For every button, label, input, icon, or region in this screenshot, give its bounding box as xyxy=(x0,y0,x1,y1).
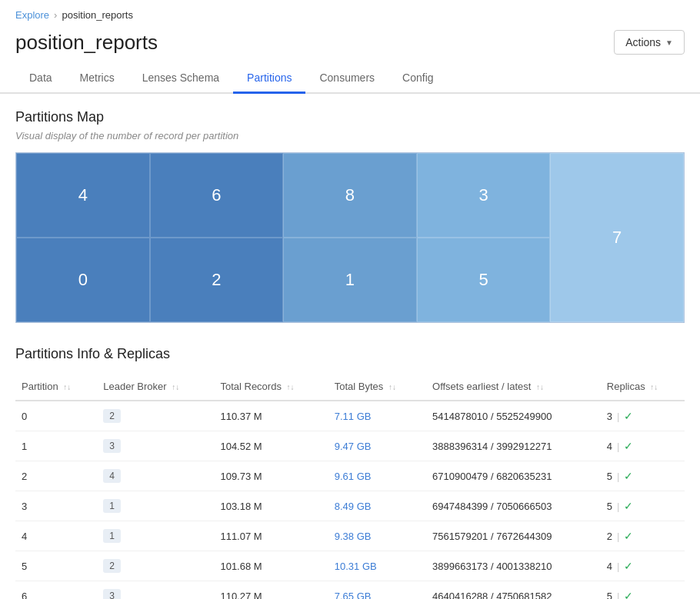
leader-badge-3: 1 xyxy=(103,499,121,513)
leader-badge-5: 2 xyxy=(103,559,121,573)
map-cell-top-3: 3 xyxy=(417,153,551,238)
cell-bytes-1: 9.47 GB xyxy=(328,431,426,461)
map-cell-7: 7 xyxy=(550,153,684,322)
bytes-link-0[interactable]: 7.11 GB xyxy=(335,411,372,422)
leader-badge-4: 1 xyxy=(103,529,121,543)
replicas-divider-4: | xyxy=(617,531,619,542)
verified-icon-2: ✓ xyxy=(624,470,633,482)
sort-bytes-icon[interactable]: ↑↓ xyxy=(388,383,396,391)
cell-partition-2: 2 xyxy=(15,461,97,491)
cell-bytes-4: 9.38 GB xyxy=(328,521,426,551)
cell-replicas-5: 4 |✓ xyxy=(601,551,685,581)
bytes-link-3[interactable]: 8.49 GB xyxy=(335,501,372,512)
map-cell-top-2: 8 xyxy=(283,153,417,238)
cell-replicas-1: 4 |✓ xyxy=(601,431,685,461)
tab-config[interactable]: Config xyxy=(388,64,447,94)
cell-leader-0: 2 xyxy=(97,401,214,431)
breadcrumb-explore[interactable]: Explore xyxy=(15,9,49,21)
leader-badge-2: 4 xyxy=(103,469,121,483)
table-row: 5 2 101.68 M 10.31 GB 3899663173 / 40013… xyxy=(15,551,685,581)
tab-lenses-schema[interactable]: Lenses Schema xyxy=(128,64,233,94)
cell-leader-5: 2 xyxy=(97,551,214,581)
sort-replicas-icon[interactable]: ↑↓ xyxy=(650,383,658,391)
cell-replicas-4: 2 |✓ xyxy=(601,521,685,551)
replicas-count-4: 2 xyxy=(607,531,612,542)
cell-records-1: 104.52 M xyxy=(214,431,328,461)
replicas-divider-0: | xyxy=(617,411,619,422)
actions-button[interactable]: Actions ▼ xyxy=(614,30,685,55)
cell-offsets-0: 5414878010 / 5525249900 xyxy=(426,401,601,431)
table-row: 3 1 103.18 M 8.49 GB 6947484399 / 705066… xyxy=(15,491,685,521)
cell-records-0: 110.37 M xyxy=(214,401,328,431)
cell-replicas-6: 5 |✓ xyxy=(601,581,685,600)
partitions-table: Partition ↑↓ Leader Broker ↑↓ Total Reco… xyxy=(15,373,685,599)
cell-partition-5: 5 xyxy=(15,551,97,581)
cell-offsets-2: 6710900479 / 6820635231 xyxy=(426,461,601,491)
cell-partition-0: 0 xyxy=(15,401,97,431)
cell-records-3: 103.18 M xyxy=(214,491,328,521)
partitions-map-subtitle: Visual display of the number of record p… xyxy=(15,130,685,141)
bytes-link-4[interactable]: 9.38 GB xyxy=(335,531,372,542)
tab-partitions[interactable]: Partitions xyxy=(233,64,305,94)
actions-label: Actions xyxy=(625,36,661,48)
cell-records-4: 111.07 M xyxy=(214,521,328,551)
col-replicas: Replicas ↑↓ xyxy=(601,373,685,401)
map-cell-bottom-1: 2 xyxy=(150,238,284,322)
bytes-link-6[interactable]: 7.65 GB xyxy=(335,591,372,600)
bytes-link-2[interactable]: 9.61 GB xyxy=(335,471,372,482)
replicas-count-2: 5 xyxy=(607,471,612,482)
cell-bytes-6: 7.65 GB xyxy=(328,581,426,600)
cell-records-2: 109.73 M xyxy=(214,461,328,491)
cell-bytes-5: 10.31 GB xyxy=(328,551,426,581)
table-row: 1 3 104.52 M 9.47 GB 3888396314 / 399291… xyxy=(15,431,685,461)
tab-consumers[interactable]: Consumers xyxy=(305,64,388,94)
verified-icon-0: ✓ xyxy=(624,410,633,422)
cell-records-6: 110.27 M xyxy=(214,581,328,600)
bytes-link-5[interactable]: 10.31 GB xyxy=(335,561,377,572)
replicas-divider-6: | xyxy=(617,591,619,600)
map-cell-bottom-0: 0 xyxy=(16,238,150,322)
partitions-map-grid: 468370215 xyxy=(15,152,685,323)
leader-badge-6: 3 xyxy=(103,589,121,599)
breadcrumb-current: position_reports xyxy=(62,9,133,21)
col-total-records: Total Records ↑↓ xyxy=(214,373,328,401)
cell-offsets-3: 6947484399 / 7050666503 xyxy=(426,491,601,521)
leader-badge-1: 3 xyxy=(103,439,121,453)
sort-offsets-icon[interactable]: ↑↓ xyxy=(536,383,544,391)
page-title: position_reports xyxy=(15,31,158,55)
tab-data[interactable]: Data xyxy=(15,64,66,94)
map-cell-top-1: 6 xyxy=(150,153,284,238)
verified-icon-1: ✓ xyxy=(624,440,633,452)
partitions-map-title: Partitions Map xyxy=(15,109,685,125)
page-header: position_reports Actions ▼ xyxy=(0,24,700,64)
cell-bytes-3: 8.49 GB xyxy=(328,491,426,521)
dropdown-arrow-icon: ▼ xyxy=(665,38,673,47)
cell-partition-3: 3 xyxy=(15,491,97,521)
sort-partition-icon[interactable]: ↑↓ xyxy=(63,383,71,391)
cell-partition-6: 6 xyxy=(15,581,97,600)
cell-replicas-2: 5 |✓ xyxy=(601,461,685,491)
cell-offsets-6: 4640416288 / 4750681582 xyxy=(426,581,601,600)
tabs-bar: Data Metrics Lenses Schema Partitions Co… xyxy=(0,64,700,94)
verified-icon-4: ✓ xyxy=(624,530,633,542)
tab-metrics[interactable]: Metrics xyxy=(66,64,128,94)
bytes-link-1[interactable]: 9.47 GB xyxy=(335,441,372,452)
cell-partition-1: 1 xyxy=(15,431,97,461)
replicas-divider-5: | xyxy=(617,561,619,572)
cell-replicas-0: 3 |✓ xyxy=(601,401,685,431)
partitions-info-title: Partitions Info & Replicas xyxy=(15,346,685,362)
breadcrumb: Explore › position_reports xyxy=(0,0,700,24)
sort-leader-icon[interactable]: ↑↓ xyxy=(172,383,179,391)
sort-records-icon[interactable]: ↑↓ xyxy=(287,383,295,391)
cell-bytes-0: 7.11 GB xyxy=(328,401,426,431)
cell-leader-6: 3 xyxy=(97,581,214,600)
table-row: 4 1 111.07 M 9.38 GB 7561579201 / 767264… xyxy=(15,521,685,551)
content-area: Partitions Map Visual display of the num… xyxy=(0,94,700,599)
cell-leader-3: 1 xyxy=(97,491,214,521)
col-offsets: Offsets earliest / latest ↑↓ xyxy=(426,373,601,401)
cell-replicas-3: 5 |✓ xyxy=(601,491,685,521)
breadcrumb-separator: › xyxy=(54,9,57,21)
table-row: 0 2 110.37 M 7.11 GB 5414878010 / 552524… xyxy=(15,401,685,431)
table-row: 6 3 110.27 M 7.65 GB 4640416288 / 475068… xyxy=(15,581,685,600)
replicas-count-6: 5 xyxy=(607,591,612,600)
